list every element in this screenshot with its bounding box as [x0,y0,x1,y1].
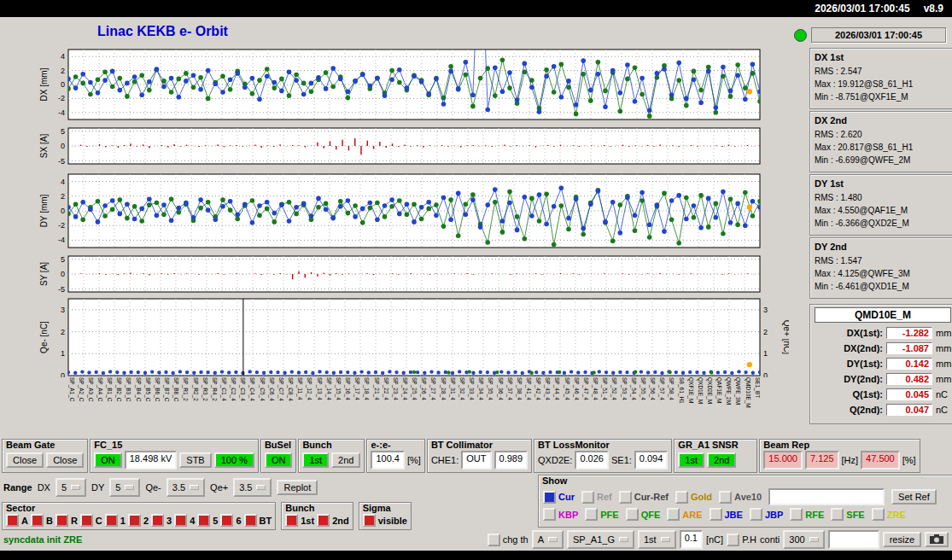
sector-5-toggle[interactable]: 5 [197,514,218,527]
show-ref-toggle[interactable]: Ref [581,491,612,504]
show-jbe-toggle[interactable]: JBE [710,508,743,521]
checkbox-icon[interactable] [105,514,118,527]
checkbox-icon[interactable] [174,514,187,527]
ref-name-input[interactable] [768,488,885,505]
checkbox-icon[interactable] [831,508,844,521]
stats-panel-dx2: DX 2nd RMS : 2.620 Max : 20.817@S8_61_H1… [809,111,952,172]
checkbox-icon[interactable] [244,514,257,527]
show-rfe-toggle[interactable]: RFE [790,508,824,521]
collimator-value-field[interactable]: 0.989 [494,451,529,470]
show-cur-toggle[interactable]: Cur [543,491,575,504]
sigma-visible-toggle[interactable]: visible [363,514,407,527]
range-dx-menu[interactable]: 5 [55,478,86,497]
busel-on-button[interactable]: ON [265,452,293,468]
threshold-field[interactable]: 0.1 [680,530,703,549]
checkbox-icon[interactable] [6,514,19,527]
show-qfe-toggle[interactable]: QFE [626,508,661,521]
show-pfe-toggle[interactable]: PFE [585,508,618,521]
show-curref-toggle[interactable]: Cur-Ref [619,491,669,504]
checkbox-icon[interactable] [80,514,93,527]
resize-button[interactable]: resize [883,532,921,547]
sector-a-toggle[interactable]: A [6,514,28,527]
sector-c-label: C [96,516,102,526]
range-qem-menu[interactable]: 3.5 [166,478,205,497]
bunch-2nd-toggle[interactable]: 2nd [317,514,349,527]
checkbox-icon[interactable] [285,514,298,527]
beam-rep-value-2[interactable]: 7.125 [805,451,839,470]
checkbox-icon[interactable] [719,491,732,504]
bunch-1st-button[interactable]: 1st [302,452,329,468]
sector-4-toggle[interactable]: 4 [174,514,195,527]
beam-rep-value-1[interactable]: 15.000 [763,451,803,470]
range-qep-menu[interactable]: 3.5 [233,478,272,497]
checkbox-icon[interactable] [488,534,500,546]
snsr-1st-button[interactable]: 1st [678,452,704,468]
range-dy-menu[interactable]: 5 [109,478,140,497]
loss-value-1[interactable]: 0.026 [575,451,609,470]
beam-rep-value-3[interactable]: 47.500 [861,451,900,470]
checkbox-icon[interactable] [585,508,598,521]
screenshot-button[interactable] [925,532,949,547]
fc15-percent-button[interactable]: 100 % [214,452,254,468]
loss-value-2[interactable]: 0.094 [634,451,669,470]
extra-field[interactable] [828,530,879,549]
sector-1-toggle[interactable]: 1 [105,514,126,527]
sector-3-toggle[interactable]: 3 [151,514,172,527]
sector-2-toggle[interactable]: 2 [128,514,149,527]
fc15-kv-field[interactable]: 18.498 kV [125,451,178,470]
sector-r-toggle[interactable]: R [55,514,78,527]
checkbox-icon[interactable] [55,514,68,527]
fc15-on-button[interactable]: ON [94,452,122,468]
show-gold-toggle[interactable]: Gold [675,491,712,504]
checkbox-icon[interactable] [543,491,556,504]
bpm-label: QWFE_2M [726,377,732,425]
show-sfe-toggle[interactable]: SFE [831,508,864,521]
checkbox-icon[interactable] [128,514,141,527]
checkbox-icon[interactable] [619,491,632,504]
checkbox-icon[interactable] [750,508,762,521]
checkbox-icon[interactable] [363,514,376,527]
sector-c-toggle[interactable]: C [80,514,102,527]
replot-button[interactable]: Replot [277,480,318,495]
count-menu[interactable]: 300 [783,530,824,549]
checkbox-icon[interactable] [675,491,688,504]
checkbox-icon[interactable] [197,514,210,527]
checkbox-icon[interactable] [543,508,556,521]
checkbox-icon[interactable] [151,514,164,527]
chg-th-toggle[interactable]: chg th [488,534,529,546]
bunch-2nd-button[interactable]: 2nd [331,452,360,468]
checkbox-icon[interactable] [31,514,44,527]
checkbox-icon[interactable] [667,508,680,521]
checkbox-icon[interactable] [626,508,639,521]
ph-toggle[interactable]: P.H [727,534,756,546]
beam-gate-close-button-1[interactable]: Close [6,452,44,468]
checkbox-icon[interactable] [220,514,233,527]
show-ave10-toggle[interactable]: Ave10 [719,491,762,504]
bpm-select-menu[interactable]: SP_A1_G [567,530,634,549]
bpm-label: SP_16_4 [345,377,351,425]
show-jbp-toggle[interactable]: JBP [750,508,783,521]
checkbox-icon[interactable] [872,508,885,521]
ee-ratio-field[interactable]: 100.4 [371,451,405,470]
sector-bt-toggle[interactable]: BT [244,514,272,527]
checkbox-icon[interactable] [727,534,739,546]
option-menu-icon [809,537,819,542]
beam-gate-close-button-2[interactable]: Close [46,452,84,468]
checkbox-icon[interactable] [790,508,803,521]
bunch-1st-toggle[interactable]: 1st [285,514,314,527]
checkbox-icon[interactable] [710,508,722,521]
sector-b-toggle[interactable]: B [31,514,53,527]
set-ref-button[interactable]: Set Ref [891,489,937,505]
show-kbp-toggle[interactable]: KBP [543,508,578,521]
bunch-select-menu[interactable]: 1st [638,530,676,549]
snsr-2nd-button[interactable]: 2nd [707,452,736,468]
show-are-toggle[interactable]: ARE [667,508,702,521]
busel-group: BuSel ON [260,439,297,473]
show-zre-toggle[interactable]: ZRE [872,508,906,521]
sector-select-menu[interactable]: A [532,530,564,549]
checkbox-icon[interactable] [581,491,594,504]
sector-6-toggle[interactable]: 6 [220,514,241,527]
fc15-stb-button[interactable]: STB [179,452,211,468]
checkbox-icon[interactable] [317,514,330,527]
collimator-state-field[interactable]: OUT [461,451,491,470]
